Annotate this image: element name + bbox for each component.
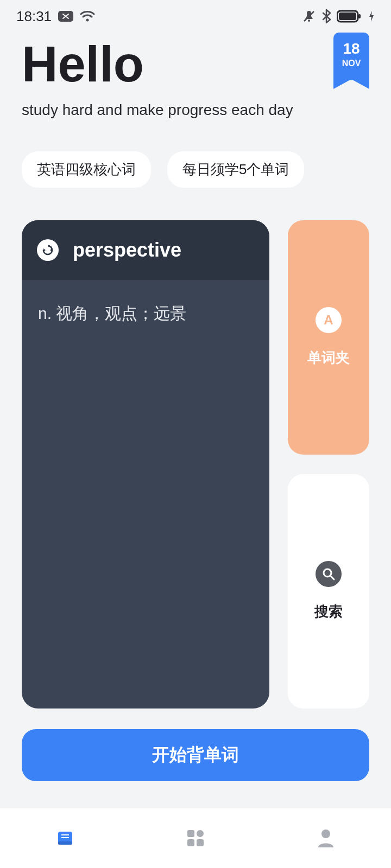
- bluetooth-icon: [321, 9, 331, 24]
- greeting-title: Hello: [22, 38, 369, 91]
- svg-rect-17: [187, 839, 194, 846]
- search-label: 搜索: [314, 602, 343, 621]
- chip-daily-goal[interactable]: 每日须学5个单词: [167, 151, 304, 188]
- chips-row: 英语四级核心词 每日须学5个单词: [0, 119, 391, 188]
- date-month: NOV: [333, 59, 369, 68]
- date-ribbon[interactable]: 18 NOV: [333, 33, 369, 80]
- battery-icon: [337, 10, 363, 23]
- search-card[interactable]: 搜索: [288, 474, 369, 709]
- svg-rect-16: [197, 839, 204, 846]
- svg-point-1: [86, 19, 89, 22]
- word-definition: n. 视角，观点；远景: [22, 280, 269, 348]
- svg-point-19: [321, 829, 330, 838]
- svg-line-10: [331, 576, 334, 579]
- favorites-label: 单词夹: [307, 348, 350, 367]
- status-left: 18:31: [16, 8, 95, 25]
- svg-rect-5: [358, 14, 361, 18]
- notification-badge-icon: [58, 11, 73, 22]
- nav-profile[interactable]: [304, 822, 348, 854]
- charging-icon: [368, 10, 375, 23]
- grid-icon: [185, 828, 206, 848]
- word-card-header: perspective: [22, 220, 269, 280]
- start-study-label: 开始背单词: [152, 743, 239, 767]
- book-icon: [54, 827, 76, 849]
- nav-home[interactable]: [43, 822, 87, 854]
- svg-rect-6: [339, 12, 356, 20]
- side-column: A 单词夹 搜索: [288, 220, 369, 709]
- header: Hello study hard and make progress each …: [0, 33, 391, 119]
- favorites-icon: A: [316, 307, 342, 333]
- word-card[interactable]: perspective n. 视角，观点；远景: [22, 220, 269, 709]
- main-grid: perspective n. 视角，观点；远景 A 单词夹 搜索: [0, 188, 391, 709]
- svg-point-18: [197, 830, 204, 837]
- status-bar: 18:31: [0, 0, 391, 33]
- svg-rect-15: [187, 830, 194, 837]
- svg-marker-7: [43, 248, 46, 252]
- word-title: perspective: [73, 239, 181, 261]
- search-icon: [316, 561, 342, 587]
- refresh-icon[interactable]: [37, 239, 59, 261]
- svg-point-2: [308, 20, 310, 22]
- wifi-icon: [80, 10, 95, 22]
- date-day: 18: [333, 40, 369, 58]
- start-study-button[interactable]: 开始背单词: [22, 729, 369, 781]
- person-icon: [316, 828, 336, 848]
- nav-apps[interactable]: [174, 822, 217, 854]
- greeting-subtitle: study hard and make progress each day: [22, 101, 369, 119]
- bottom-nav: [0, 808, 391, 868]
- svg-rect-12: [58, 841, 72, 845]
- favorites-card[interactable]: A 单词夹: [288, 220, 369, 455]
- chip-wordbook[interactable]: 英语四级核心词: [22, 151, 151, 188]
- status-time: 18:31: [16, 8, 52, 25]
- status-right: [302, 9, 375, 24]
- mute-icon: [302, 9, 316, 23]
- svg-marker-8: [50, 248, 52, 252]
- svg-point-9: [324, 569, 331, 577]
